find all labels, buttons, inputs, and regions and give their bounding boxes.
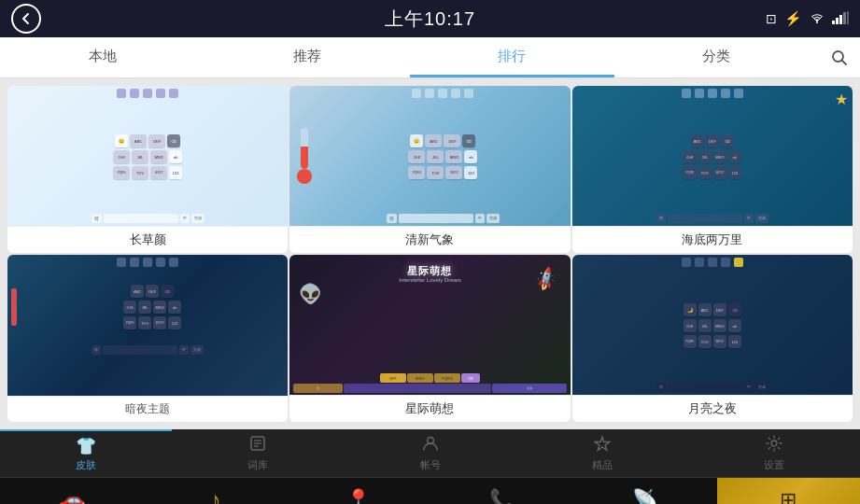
status-time: 上午10:17 — [385, 7, 475, 32]
tab-category[interactable]: 分类 — [614, 37, 819, 77]
rocket-icon: 🚀 — [532, 265, 560, 293]
back-button[interactable] — [11, 4, 41, 34]
interstellar-title: 星际萌想 — [407, 264, 452, 278]
tab-ranking[interactable]: 排行 — [410, 37, 614, 77]
theme-grid: 😊 ABC DEF ⌫ GHI JKL MNO ab PQRS — [0, 78, 860, 429]
phone-icon: 📞 — [489, 488, 515, 504]
tab-recommend[interactable]: 推荐 — [204, 37, 409, 77]
status-icons: ⊡ ⚡ — [766, 10, 849, 27]
inner-tab-bar: 👕 皮肤 词库 帐号 精品 — [0, 429, 860, 478]
account-label: 帐号 — [420, 458, 441, 472]
account-icon — [422, 435, 439, 456]
star-icon — [594, 435, 611, 456]
svg-rect-5 — [847, 11, 849, 24]
theme-item-haidi[interactable]: ★ ABC DEF ⌫ — [572, 86, 853, 253]
inner-tab-settings[interactable]: 设置 — [688, 429, 860, 477]
outer-tab-phone[interactable]: 📞 — [430, 478, 574, 504]
inner-tab-skin[interactable]: 👕 皮肤 — [0, 429, 172, 477]
navigation-icon: 📍 — [345, 488, 371, 504]
skin-icon: 👕 — [76, 436, 96, 456]
theme-label-dark4: 暗夜主题 — [7, 396, 288, 422]
svg-point-13 — [771, 441, 777, 446]
tab-bar: 本地 推荐 排行 分类 — [0, 37, 860, 78]
car-icon: 🚗 — [58, 487, 86, 504]
skin-label: 皮肤 — [76, 458, 96, 472]
apps-icon: ⊞ — [780, 488, 797, 504]
quality-label: 精品 — [592, 458, 613, 472]
outer-tab-music[interactable]: ♪ — [144, 478, 288, 504]
outer-tab-radio[interactable]: 📡 — [573, 478, 717, 504]
theme-item-qingxin[interactable]: 😊 ABC DEF ⌫ GHI JKL MNO ab — [289, 86, 570, 253]
svg-rect-2 — [836, 18, 839, 24]
theme-label-haidi: 海底两万里 — [572, 226, 853, 253]
svg-rect-4 — [843, 12, 846, 24]
theme-preview-night6: 🌙 ABC DEF ⌫ GHI JKL MNO ab PQRS — [572, 255, 853, 395]
wifi-icon — [810, 11, 825, 27]
radio-icon: 📡 — [632, 488, 657, 504]
theme-item-xingji[interactable]: 星际萌想 Interstellar Lovely Dream 👽 🚀 OFF M… — [289, 255, 570, 422]
music-icon: ♪ — [209, 487, 220, 504]
settings-icon — [766, 435, 782, 456]
theme-label-xingji: 星际萌想 — [289, 395, 570, 422]
star-badge: ★ — [835, 91, 848, 108]
outer-tab-nav[interactable]: 📍 — [287, 478, 430, 504]
theme-preview-changcao: 😊 ABC DEF ⌫ GHI JKL MNO ab PQRS — [7, 86, 288, 226]
theme-item-dark4[interactable]: ABC DEF ⌫ GHI JKL MNO ab PQR — [7, 255, 288, 422]
status-left — [11, 4, 41, 34]
inner-tab-account[interactable]: 帐号 — [344, 429, 515, 477]
dict-label: 词库 — [247, 458, 268, 472]
settings-label: 设置 — [764, 458, 784, 472]
inner-tab-dict[interactable]: 词库 — [172, 429, 344, 477]
outer-tab-apps[interactable]: ⊞ — [717, 478, 861, 504]
tab-local[interactable]: 本地 — [0, 37, 204, 77]
theme-label-night6: 月亮之夜 — [572, 395, 853, 422]
signal-icon — [832, 11, 849, 27]
theme-preview-dark4: ABC DEF ⌫ GHI JKL MNO ab PQR — [7, 255, 288, 396]
outer-tab-car[interactable]: 🚗 — [0, 478, 144, 504]
svg-rect-1 — [832, 21, 835, 24]
search-button[interactable] — [819, 37, 860, 77]
dict-icon — [249, 435, 266, 456]
outer-nav-bar: 🚗 ♪ 📍 📞 📡 ⊞ — [0, 478, 860, 504]
alien-icon: 👽 — [299, 283, 322, 305]
inner-tab-quality[interactable]: 精品 — [516, 429, 688, 477]
theme-preview-xingji: 星际萌想 Interstellar Lovely Dream 👽 🚀 OFF M… — [289, 255, 570, 395]
svg-line-7 — [842, 60, 847, 64]
svg-point-0 — [816, 21, 818, 23]
theme-label-changcao: 长草颜 — [7, 226, 288, 253]
thermometer-decoration — [297, 128, 312, 184]
status-bar: 上午10:17 ⊡ ⚡ — [0, 0, 860, 37]
bluetooth-icon: ⚡ — [784, 10, 802, 27]
theme-item-changcao[interactable]: 😊 ABC DEF ⌫ GHI JKL MNO ab PQRS — [7, 86, 288, 253]
theme-preview-haidi: ★ ABC DEF ⌫ — [572, 86, 853, 226]
camera-icon: ⊡ — [766, 11, 777, 26]
theme-item-night6[interactable]: 🌙 ABC DEF ⌫ GHI JKL MNO ab PQRS — [572, 255, 853, 422]
interstellar-subtitle: Interstellar Lovely Dream — [399, 277, 461, 283]
main-container: 本地 推荐 排行 分类 — [0, 37, 860, 429]
theme-preview-qingxin: 😊 ABC DEF ⌫ GHI JKL MNO ab — [289, 86, 570, 226]
theme-label-qingxin: 清新气象 — [289, 226, 570, 253]
svg-rect-3 — [839, 15, 842, 24]
